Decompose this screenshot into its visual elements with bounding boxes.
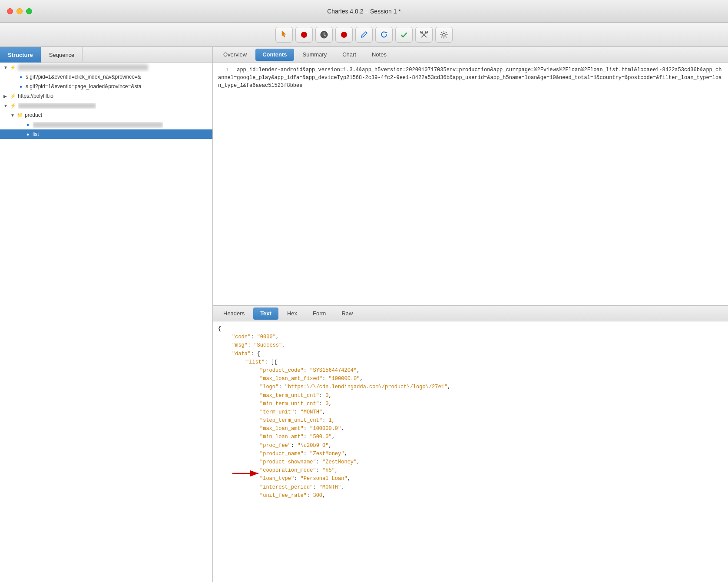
circle-icon: ●: [17, 74, 24, 79]
json-line-list: "list": [{: [218, 358, 723, 367]
raw-tab[interactable]: Raw: [334, 308, 360, 320]
hex-tab[interactable]: Hex: [280, 308, 304, 320]
folder-icon: 📁: [17, 112, 23, 118]
settings-button[interactable]: [435, 27, 453, 43]
right-panel: Overview Contents Summary Chart Notes 1 …: [213, 47, 728, 582]
tree-item-gif1[interactable]: ● s.gif?pid=1&eventId=click_index_nav&pr…: [0, 72, 212, 82]
structure-tab[interactable]: Structure: [0, 47, 41, 63]
json-line-max-loan: "max_loan_amt": "100000.0",: [218, 425, 723, 433]
expand-arrow: ▼: [3, 103, 10, 108]
traffic-lights: [7, 8, 32, 14]
json-line-coop-mode: "cooperation_mode": "h5",: [218, 466, 723, 475]
svg-point-0: [301, 32, 307, 38]
svg-point-2: [341, 32, 347, 38]
expand-arrow: ▶: [3, 94, 10, 99]
tree-item-host1[interactable]: ▼ ⚡: [0, 63, 212, 72]
lightning-icon: ⚡: [10, 103, 17, 109]
json-line-open: {: [218, 325, 723, 333]
main-container: Structure Sequence ▼ ⚡ ● s.gif?pid=1&eve…: [0, 47, 728, 582]
circle-icon: ●: [17, 84, 24, 89]
contents-tab[interactable]: Contents: [255, 49, 294, 61]
json-line-unit-fee-rate: "unit_fee_rate": 300,: [218, 492, 723, 500]
circle-icon: ●: [24, 132, 31, 137]
toolbar: [0, 23, 728, 47]
left-panel: Structure Sequence ▼ ⚡ ● s.gif?pid=1&eve…: [0, 47, 213, 582]
json-line-product-code: "product_code": "SYS1564474204",: [218, 367, 723, 375]
tree-item-label: [33, 122, 163, 128]
left-panel-tabs: Structure Sequence: [0, 47, 212, 63]
tree-item-label: [18, 64, 148, 70]
request-content[interactable]: 1 app_id=lender-android&app_version=1.3.…: [213, 63, 728, 306]
json-content[interactable]: { "code": "0000", "msg": "Success", "dat…: [213, 321, 728, 582]
svg-point-7: [443, 33, 445, 36]
circle-icon: ●: [24, 122, 31, 127]
overview-tab[interactable]: Overview: [216, 49, 254, 61]
refresh-button[interactable]: [375, 27, 393, 43]
red-arrow-2: [230, 467, 265, 479]
breakpoint-record-button[interactable]: [335, 27, 353, 43]
json-line-code: "code": "0000",: [218, 333, 723, 341]
tree-item-product[interactable]: ▼ 📁 product: [0, 110, 212, 120]
json-line-min-term: "min_term_unit_cnt": 0,: [218, 400, 723, 408]
tools-button[interactable]: [415, 27, 433, 43]
json-line-max-loan-fixed: "max_loan_amt_fixed": "100000.0",: [218, 375, 723, 383]
bottom-tabs: Headers Text Hex Form Raw: [213, 306, 728, 321]
tree-item-label: product: [25, 112, 42, 118]
notes-tab[interactable]: Notes: [365, 49, 394, 61]
json-line-product-name: "product_name": "ZestMoney",: [218, 450, 723, 458]
window-title: Charles 4.0.2 – Session 1 *: [327, 8, 401, 15]
json-line-loan-type: "loan_type": "Personal Loan",: [218, 475, 723, 483]
tree-item-list[interactable]: ● list: [0, 129, 212, 139]
expand-arrow: ▼: [3, 65, 10, 70]
json-line-term-unit: "term_unit": "MONTH",: [218, 408, 723, 417]
validate-button[interactable]: [395, 27, 413, 43]
tree-item-label: s.gif?pid=1&eventId=page_loaded&province…: [26, 83, 142, 89]
sequence-tab[interactable]: Sequence: [41, 47, 83, 63]
json-line-step-term: "step_term_unit_cnt": 1,: [218, 417, 723, 425]
red-arrow-1: [0, 129, 4, 139]
headers-tab[interactable]: Headers: [216, 308, 251, 320]
tree-item-polyfill[interactable]: ▶ ⚡ https://polyfill.io: [0, 91, 212, 101]
request-text: app_id=lender-android&app_version=1.3.4&…: [218, 67, 721, 89]
throttle-button[interactable]: [315, 27, 333, 43]
close-button[interactable]: [7, 8, 13, 14]
json-line-logo: "logo": "https:\/\/cdn.lendingadda.com\/…: [218, 383, 723, 391]
top-tabs: Overview Contents Summary Chart Notes: [213, 47, 728, 63]
json-line-interest-period: "interest_period": "MONTH",: [218, 483, 723, 492]
edit-button[interactable]: [355, 27, 373, 43]
tree-item-list-label: list: [33, 131, 39, 137]
json-line-proc-fee: "proc_fee": "\u20b9 0",: [218, 442, 723, 450]
minimize-button[interactable]: [17, 8, 23, 14]
line-number: 1: [218, 66, 228, 74]
record-button[interactable]: [295, 27, 313, 43]
json-line-max-term: "max_term_unit_cnt": 0,: [218, 392, 723, 400]
tree-item-mapi[interactable]: ▼ ⚡: [0, 101, 212, 110]
tree-item-label: [18, 103, 96, 109]
tree-view: ▼ ⚡ ● s.gif?pid=1&eventId=click_index_na…: [0, 63, 212, 582]
tree-item-label: s.gif?pid=1&eventId=click_index_nav&prov…: [26, 74, 141, 80]
expand-arrow: ▼: [10, 113, 17, 118]
title-bar: Charles 4.0.2 – Session 1 *: [0, 0, 728, 23]
json-line-msg: "msg": "Success",: [218, 341, 723, 350]
chart-tab[interactable]: Chart: [335, 49, 363, 61]
tree-item-gif2[interactable]: ● s.gif?pid=1&eventId=page_loaded&provin…: [0, 82, 212, 91]
summary-tab[interactable]: Summary: [296, 49, 334, 61]
tree-item-filterco[interactable]: ●: [0, 120, 212, 129]
json-line-min-loan: "min_loan_amt": "500.0",: [218, 433, 723, 441]
json-line-data: "data": {: [218, 350, 723, 358]
lightning-icon: ⚡: [10, 93, 17, 99]
maximize-button[interactable]: [26, 8, 32, 14]
form-tab[interactable]: Form: [306, 308, 333, 320]
text-tab[interactable]: Text: [253, 308, 278, 320]
json-line-product-showname: "product_showname": "ZestMoney",: [218, 458, 723, 466]
lightning-icon: ⚡: [10, 65, 17, 70]
pointer-tool-button[interactable]: [275, 27, 293, 43]
tree-item-label: https://polyfill.io: [18, 93, 53, 99]
